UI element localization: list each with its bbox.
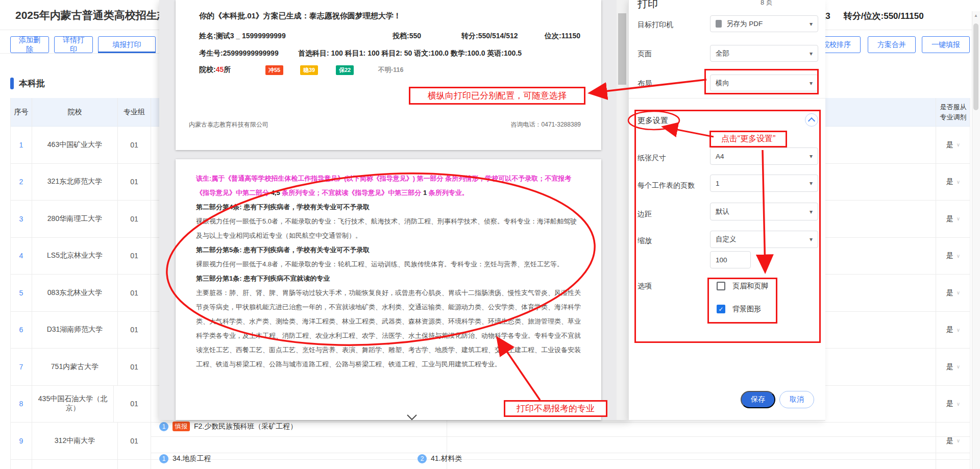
subrow-divider [151,436,970,437]
header-obey-line1: 是否服从 [940,102,967,112]
print-dialog-title: 打印 [638,0,658,11]
chevron-down-icon: ∨ [957,290,960,295]
row-group: 01 [118,238,151,275]
pages-per-sheet-label: 每个工作表的页数 [638,181,695,190]
notice-heading: 第二部分第5条: 患有下列疾病者，学校有关专业可不予录取 [196,243,583,257]
background-graphics-checkbox[interactable]: ✓ [717,305,725,313]
plan-merge-button[interactable]: 方案合并 [868,36,916,53]
chevron-down-icon: ∨ [957,179,960,185]
plan-toudang: 投档:550 [393,32,421,41]
pages-value: 全部 [716,49,729,58]
major-item[interactable]: 2 41.材料类 [418,454,462,463]
margins-select[interactable]: 默认 ▾ [710,203,818,220]
header-obey-line2: 专业调剂 [940,112,967,122]
row-seq: 7 [11,349,32,385]
scale-value: 自定义 [716,235,737,244]
pages-per-sheet-select[interactable]: 1 ▾ [710,175,818,192]
table-row[interactable]: 9 312中南大学 01 是∨ [11,423,970,460]
chevron-down-icon: ∨ [957,216,960,221]
obey-select[interactable]: 是∨ [936,127,970,163]
main-scrollbar-thumb[interactable] [973,23,978,110]
obey-select[interactable]: 是∨ [936,386,970,423]
caret-down-icon: ▾ [810,236,813,243]
main-scrollbar[interactable]: ▲ [972,11,980,469]
row-seq: 2 [11,164,32,201]
print-settings-panel: 打印 8 页 目标打印机 另存为 PDF ▾ 页面 全部 ▾ 布局 横向 ▾ 更… [628,0,825,421]
row-seq: 4 [11,238,32,275]
notice-heading: 第三部分第1条: 患有下列疾病不宜就读的专业 [196,271,583,286]
college-count-suffix: 所 [224,65,231,73]
major-item[interactable]: 1 34.地质工程 [159,454,211,463]
obey-select[interactable]: 是∨ [936,460,970,469]
collapse-icon[interactable] [805,113,818,127]
layout-value: 横向 [716,79,729,88]
obey-value: 是 [946,362,953,372]
college-count-label: 院校: [199,65,216,73]
plan-scores: 首选科目: 100 科目1: 100 科目2: 50 语文:100.0 数学:1… [298,49,522,58]
row-group: 01 [118,201,151,237]
obey-select[interactable]: 是∨ [936,349,970,385]
scroll-up-icon[interactable]: ▲ [974,13,978,18]
notice-bold: 4,5 [271,189,280,196]
badge-bao: 保22 [336,65,354,75]
obey-select[interactable]: 是∨ [936,238,970,275]
detail-print-button[interactable]: 详情打印 [54,36,93,53]
fill-print-button[interactable]: 填报打印 [98,36,156,53]
chevron-down-icon: ∨ [957,438,960,443]
row-college: 463中国矿业大学 [32,127,118,163]
obey-select[interactable]: 是∨ [936,201,970,237]
row-group: 01 [118,127,151,163]
more-settings-toggle[interactable]: 更多设置 [638,116,668,126]
company-footer: 内蒙古泰志教育科技有限公司 [189,120,268,129]
add-delete-button[interactable]: 添加删除 [10,36,49,53]
caution-badge: 慎报 [173,422,190,431]
paper-size-select[interactable]: A4 ▾ [710,147,818,165]
caret-down-icon: ▾ [810,208,813,215]
notice-magenta: 条所列专业。 [427,189,469,196]
row-group: 01 [118,164,151,201]
badge-wen: 稳39 [300,65,318,75]
row-group: 01 [118,275,151,311]
notice-body: 主要脏器：肺、肝、肾、脾、胃肠等动过较大手术，功能恢复良好，或曾患有心肌炎、胃或… [196,286,583,372]
phone-footer: 咨询电话：0471-3288389 [511,120,581,129]
table-row[interactable]: 10 937西南交通大学 01 是∨ [11,460,970,469]
save-button[interactable]: 保存 [741,391,775,408]
header-seq: 序号 [11,98,32,126]
layout-select[interactable]: 横向 ▾ [710,75,818,91]
obey-select[interactable]: 是∨ [936,312,970,349]
obey-select[interactable]: 是∨ [936,164,970,201]
annotation-print-note: 打印不易报考的专业 [504,400,607,417]
pages-select[interactable]: 全部 ▾ [710,45,818,62]
row-group: 01 [118,349,151,385]
badge-chong: 冲55 [265,65,283,75]
caret-down-icon: ▾ [810,180,813,187]
row-college: 280华南理工大学 [32,201,118,237]
scale-select[interactable]: 自定义 ▾ [710,231,818,248]
obey-value: 是 [946,214,953,224]
page-title: 2025年内蒙古普通类高校招生志愿 [15,8,160,22]
one-click-fill-button[interactable]: 一键填报 [922,36,970,53]
scale-input[interactable] [710,251,751,268]
row-group: 01 [118,312,151,349]
annotation-more-note: 点击“更多设置” [709,131,787,147]
caret-down-icon: ▾ [810,80,813,87]
preview-scrollbar-thumb[interactable] [618,13,626,85]
obey-value: 是 [946,177,953,186]
obey-select[interactable]: 是∨ [936,423,970,459]
major-name: F2.少数民族预科班（采矿工程） [194,422,297,431]
obey-value: 是 [946,251,953,260]
chevron-up-icon [808,117,815,125]
plan-college-count: 院校:45所 [199,65,231,75]
row-college: 751内蒙古大学 [32,349,118,385]
row-seq: 6 [11,312,32,349]
header-group: 专业组 [118,98,151,126]
caret-down-icon: ▾ [810,153,813,160]
pages-per-sheet-value: 1 [716,180,720,187]
cancel-button[interactable]: 取消 [779,391,814,408]
obey-select[interactable]: 是∨ [936,275,970,311]
preview-scrollbar[interactable] [617,0,628,420]
major-item-caution[interactable]: 1 慎报 F2.少数民族预科班（采矿工程） [159,422,297,431]
background-graphics-label: 背景图形 [732,305,761,314]
header-footer-checkbox[interactable] [717,282,725,290]
destination-select[interactable]: 另存为 PDF ▾ [710,15,818,32]
